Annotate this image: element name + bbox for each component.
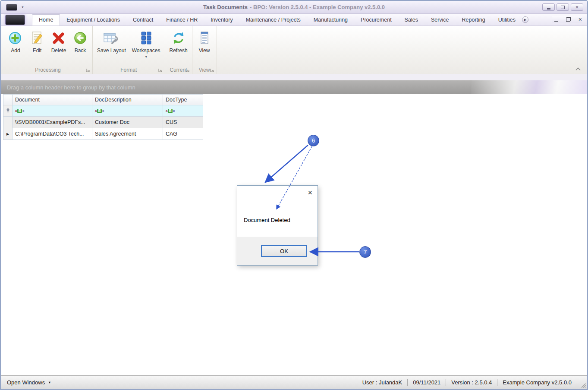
tab-sales[interactable]: Sales xyxy=(398,15,424,25)
refresh-button-label: Refresh xyxy=(170,48,188,54)
filter-cell-docdescription[interactable]: aBc xyxy=(92,105,163,117)
delete-button[interactable]: Delete xyxy=(48,28,69,55)
close-button[interactable]: × xyxy=(571,3,583,11)
window-title: Task Documents- BPO: Version 2.5.0.4 - E… xyxy=(1,4,587,10)
dialog-close-icon[interactable]: × xyxy=(308,189,312,197)
tab-service[interactable]: Service xyxy=(424,15,456,25)
grid-header-row: Document DocDescription DocType xyxy=(3,94,203,105)
tab-finance-hr[interactable]: Finance / HR xyxy=(160,15,204,25)
filter-cell-doctype[interactable]: aBc xyxy=(163,105,203,117)
group-caption-processing: Processing xyxy=(35,67,60,73)
add-button-label: Add xyxy=(11,48,20,54)
group-by-bar-decoration xyxy=(471,80,587,94)
view-button[interactable]: View xyxy=(194,28,215,55)
app-menu-button[interactable] xyxy=(5,15,25,25)
filter-cell-document[interactable]: aBc xyxy=(13,105,92,117)
delete-icon xyxy=(51,30,66,46)
abc-letter-a: a xyxy=(15,109,17,113)
quick-access-caret-icon[interactable]: ▼ xyxy=(21,6,24,9)
ribbon-gap-strip xyxy=(1,74,587,80)
abc-letter-c: c xyxy=(102,109,104,113)
abc-filter-icon[interactable]: aBc xyxy=(95,109,104,113)
abc-filter-icon[interactable]: aBc xyxy=(166,109,175,113)
tab-procurement[interactable]: Procurement xyxy=(354,15,398,25)
cell-document[interactable]: C:\ProgramData\CO3 Tech... xyxy=(13,128,92,140)
status-info: User : JulandaK 09/11/2021 Version : 2.5… xyxy=(362,379,581,386)
tab-equipment-locations[interactable]: Equipment / Locations xyxy=(60,15,126,25)
workspaces-button-label: Workspaces xyxy=(132,48,160,54)
ribbon-tab-row: Home Equipment / Locations Contract Fina… xyxy=(1,14,587,26)
close-icon: × xyxy=(575,5,579,10)
processing-dialog-launcher-icon[interactable] xyxy=(86,68,90,72)
abc-letter-b: B xyxy=(97,109,102,113)
view-button-label: View xyxy=(199,48,210,54)
status-version: Version : 2.5.0.4 xyxy=(451,379,492,386)
add-button[interactable]: Add xyxy=(5,28,26,55)
ribbon: Add Edit xyxy=(1,26,587,74)
cell-doctype[interactable]: CAG xyxy=(163,128,203,140)
dialog-message: Document Deleted xyxy=(244,217,290,223)
cell-doctype[interactable]: CUS xyxy=(163,117,203,128)
abc-filter-icon[interactable]: aBc xyxy=(15,109,24,113)
app-logo-icon[interactable] xyxy=(6,4,17,11)
ribbon-tabs: Home Equipment / Locations Contract Fina… xyxy=(32,14,522,25)
current-dialog-launcher-icon[interactable] xyxy=(186,68,189,72)
close-button-secondary[interactable]: × xyxy=(579,16,582,23)
tab-reporting[interactable]: Reporting xyxy=(456,15,492,25)
filter-row-indicator xyxy=(3,105,13,117)
tab-home[interactable]: Home xyxy=(32,14,60,25)
restore-button-secondary[interactable] xyxy=(566,16,571,23)
maximize-button[interactable] xyxy=(557,3,569,11)
ribbon-group-current: Refresh Current xyxy=(165,26,192,74)
tab-maintenance-projects[interactable]: Maintenance / Projects xyxy=(239,15,307,25)
tab-utilities[interactable]: Utilities xyxy=(492,15,522,25)
column-header-docdescription[interactable]: DocDescription xyxy=(92,94,163,105)
collapse-ribbon-button[interactable] xyxy=(575,67,581,71)
message-dialog: × Document Deleted OK xyxy=(237,185,318,266)
ok-button[interactable]: OK xyxy=(261,245,307,257)
abc-letter-b: B xyxy=(17,109,22,113)
workspaces-button[interactable]: Workspaces ▼ xyxy=(129,28,163,60)
row-indicator-cell xyxy=(3,117,13,128)
format-dialog-launcher-icon[interactable] xyxy=(158,68,162,72)
back-button[interactable]: Back xyxy=(70,28,91,55)
resize-grip[interactable] xyxy=(581,383,586,388)
group-by-hint: Drag a column header here to group by th… xyxy=(1,84,135,91)
refresh-button[interactable]: Refresh xyxy=(167,28,190,55)
workspaces-dropdown-caret-icon[interactable]: ▼ xyxy=(145,55,147,58)
open-windows-button[interactable]: Open Windows ▼ xyxy=(7,379,51,386)
ribbon-group-processing: Add Edit xyxy=(3,26,93,74)
group-caption-view: View xyxy=(199,67,210,73)
abc-letter-b: B xyxy=(168,109,173,113)
tab-contract[interactable]: Contract xyxy=(126,15,160,25)
maximize-icon xyxy=(561,6,565,9)
save-layout-button[interactable]: Save Layout xyxy=(94,28,129,55)
status-separator xyxy=(407,379,408,386)
view-dialog-launcher-icon[interactable] xyxy=(210,68,214,72)
cell-document[interactable]: \\SVDB0001\ExamplePDFs... xyxy=(13,117,92,128)
abc-letter-a: a xyxy=(166,109,167,113)
group-caption-format: Format xyxy=(120,67,137,73)
ribbon-group-format: Save Layout Workspaces ▼ xyxy=(93,26,165,74)
tab-scroll-right-button[interactable]: ▶ xyxy=(522,16,528,23)
tab-manufacturing[interactable]: Manufacturing xyxy=(307,15,354,25)
group-by-bar: Drag a column header here to group by th… xyxy=(1,80,587,94)
minimize-button-secondary[interactable] xyxy=(554,16,558,23)
column-header-document[interactable]: Document xyxy=(13,94,92,105)
row-indicator-cell: ▶ xyxy=(3,128,13,140)
column-header-doctype[interactable]: DocType xyxy=(163,94,203,105)
minimize-button[interactable] xyxy=(542,3,555,11)
pin-icon xyxy=(6,108,10,114)
abc-letter-c: c xyxy=(22,109,24,113)
back-button-label: Back xyxy=(75,48,86,54)
cell-docdescription[interactable]: Customer Doc xyxy=(92,117,163,128)
cell-docdescription[interactable]: Sales Agreement xyxy=(92,128,163,140)
annotation-badge-6: 6 xyxy=(308,135,319,146)
restore-icon xyxy=(566,17,571,22)
table-row[interactable]: ▶ C:\ProgramData\CO3 Tech... Sales Agree… xyxy=(3,128,203,140)
save-layout-button-label: Save Layout xyxy=(97,48,126,54)
edit-button[interactable]: Edit xyxy=(27,28,47,55)
tab-inventory[interactable]: Inventory xyxy=(204,15,239,25)
table-row[interactable]: \\SVDB0001\ExamplePDFs... Customer Doc C… xyxy=(3,117,203,128)
scroll-right-arrow-icon: ▶ xyxy=(524,18,526,22)
